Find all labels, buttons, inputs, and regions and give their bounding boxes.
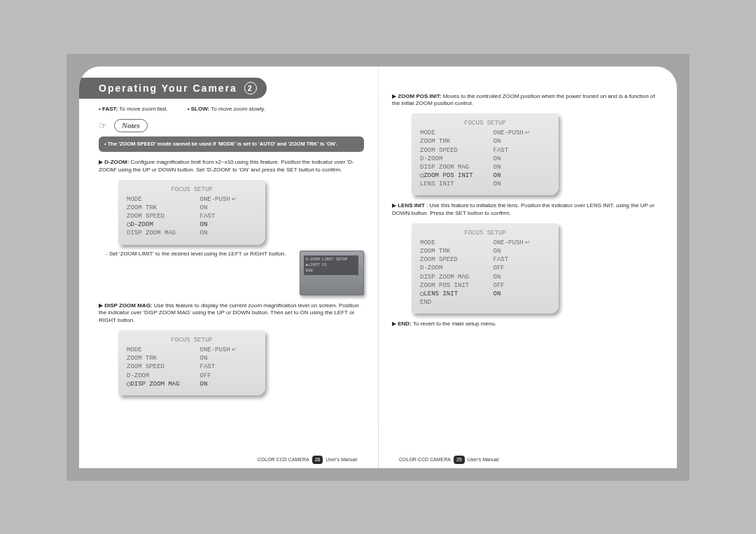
fast-text: To move zoom fast. [119,106,167,112]
osd-table: MODEONE-PUSH↵ ZOOM TRKON ZOOM SPEEDFAST … [419,239,552,307]
osd-table: MODEONE-PUSH↵ ZOOM TRKON ZOOM SPEEDFAST … [125,346,258,388]
mini-line-2: ▶LIMIT X2 [306,262,356,268]
footer-doc: User's Manual [468,456,499,463]
osd-panel-3: FOCUS SETUP MODEONE-PUSH↵ ZOOM TRKON ZOO… [412,113,559,195]
notes-badge: ☞ Notes [99,119,148,132]
note-text: The 'ZOOM SPEED' mode cannot be used if … [108,141,338,147]
footer-left: COLOR CCD CAMERA 28 User's Manual [258,456,357,463]
page-number: 28 [312,456,323,463]
zpi-label: ZOOM POS INIT: [398,93,441,99]
osd-table: MODEONE-PUSH↵ ZOOM TRKON ZOOM SPEEDFAST◯… [125,195,258,238]
manual-spread: Operating Your Camera 2 • FAST: To move … [66,54,690,481]
dzoom-text: Configure magnification limit from x2~x1… [99,159,354,173]
lens-item: ▶ LENS INIT : Use this feature to initia… [392,202,657,218]
end-item: ▶ END: To revert to the main setup menu. [392,321,657,328]
slow-item: • SLOW: To move zoom slowly. [188,106,265,113]
pages: Operating Your Camera 2 • FAST: To move … [79,66,677,468]
dispmag-label: DISP ZOOM MAG: [104,302,152,309]
fast-label: FAST: [102,106,118,112]
osd-panel-4: FOCUS SETUP MODEONE-PUSH↵ ZOOM TRKON ZOO… [412,223,559,314]
dzoom-item: ▶ D-ZOOM: Configure magnification limit … [99,159,364,174]
mini-line-3: END [306,268,356,274]
slow-text: To move zoom slowly. [211,106,265,112]
mini-line-1: D-ZOOM LIMIT SETUP [306,257,356,262]
osd-title: FOCUS SETUP [419,119,552,127]
footer-right: COLOR CCD CAMERA 29 User's Manual [399,456,498,463]
zpi-item: ▶ ZOOM POS INIT: Moves to the controlled… [392,93,657,108]
page-number: 29 [454,456,465,463]
osd-panel-2: FOCUS SETUP MODEONE-PUSH↵ ZOOM TRKON ZOO… [118,330,265,395]
chapter-number: 2 [244,82,257,94]
osd-title: FOCUS SETUP [419,229,552,237]
dzoom-label: D-ZOOM: [104,159,129,165]
osd-table: MODEONE-PUSH↵ ZOOM TRKON ZOOM SPEEDFAST … [419,129,552,188]
page-left: Operating Your Camera 2 • FAST: To move … [79,66,378,468]
dzoom-sub-row: - Set 'ZOOM LIMIT' to the desired level … [106,251,364,295]
section-title: Operating Your Camera [99,82,237,95]
dzoom-sub-text: - Set 'ZOOM LIMIT' to the desired level … [106,251,293,258]
mini-screen: D-ZOOM LIMIT SETUP ▶LIMIT X2 END [300,251,364,295]
footer-doc: User's Manual [326,456,357,463]
notes-label: Notes [114,119,148,132]
lens-label: LENS INIT [398,202,425,209]
osd-title: FOCUS SETUP [125,185,258,194]
dispmag-item: ▶ DISP ZOOM MAG: Use this feature to dis… [99,302,364,325]
end-text: To revert to the main setup menu. [413,321,496,327]
section-header: Operating Your Camera 2 [79,78,267,99]
footer-product: COLOR CCD CAMERA [399,456,451,463]
osd-panel-1: FOCUS SETUP MODEONE-PUSH↵ ZOOM TRKON ZOO… [118,180,265,245]
footer-product: COLOR CCD CAMERA [258,456,309,463]
speed-row: • FAST: To move zoom fast. • SLOW: To mo… [99,106,364,113]
page-right: ▶ ZOOM POS INIT: Moves to the controlled… [378,66,677,468]
slow-label: SLOW: [191,106,210,112]
note-box: • The 'ZOOM SPEED' mode cannot be used i… [99,136,364,152]
osd-title: FOCUS SETUP [125,336,258,344]
end-label: END: [398,321,412,327]
hand-icon: ☞ [99,121,110,131]
fast-item: • FAST: To move zoom fast. [99,106,168,113]
lens-text: : Use this feature to initialize the len… [392,202,654,216]
